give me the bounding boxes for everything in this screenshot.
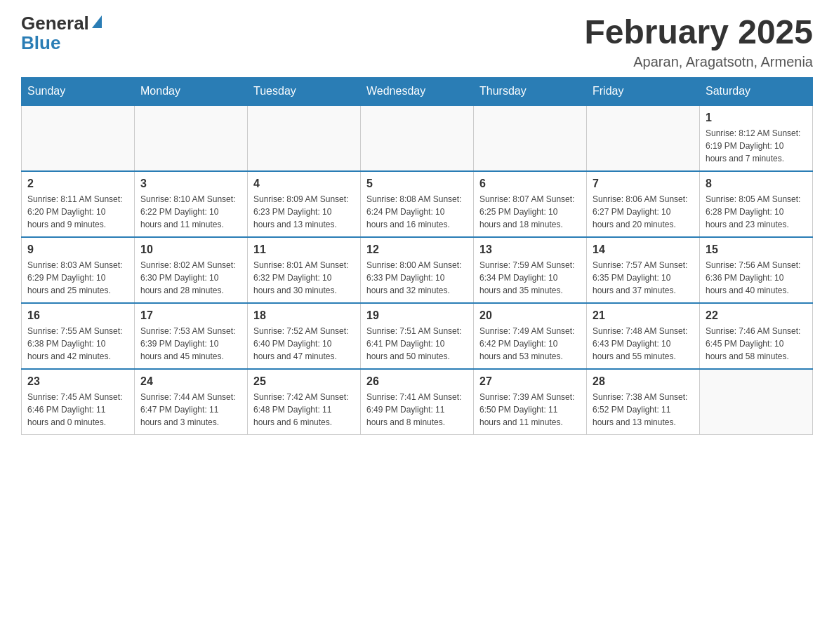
calendar-subtitle: Aparan, Aragatsotn, Armenia xyxy=(584,54,813,70)
calendar-cell: 16Sunrise: 7:55 AM Sunset: 6:38 PM Dayli… xyxy=(22,303,135,369)
day-number: 5 xyxy=(366,177,468,190)
day-info: Sunrise: 7:55 AM Sunset: 6:38 PM Dayligh… xyxy=(27,325,128,363)
week-row-0: 1Sunrise: 8:12 AM Sunset: 6:19 PM Daylig… xyxy=(22,105,813,171)
logo: General Blue xyxy=(21,14,102,52)
day-info: Sunrise: 7:59 AM Sunset: 6:34 PM Dayligh… xyxy=(479,259,581,297)
calendar-cell xyxy=(474,105,587,171)
day-info: Sunrise: 7:48 AM Sunset: 6:43 PM Dayligh… xyxy=(593,325,694,363)
day-number: 2 xyxy=(27,177,128,190)
col-header-saturday: Saturday xyxy=(700,77,813,105)
day-number: 26 xyxy=(366,375,468,388)
calendar-cell xyxy=(361,105,474,171)
calendar-cell: 19Sunrise: 7:51 AM Sunset: 6:41 PM Dayli… xyxy=(361,303,474,369)
calendar-header-row: SundayMondayTuesdayWednesdayThursdayFrid… xyxy=(22,77,813,105)
calendar-cell xyxy=(135,105,248,171)
day-number: 7 xyxy=(593,177,694,190)
day-info: Sunrise: 7:56 AM Sunset: 6:36 PM Dayligh… xyxy=(706,259,807,297)
day-number: 11 xyxy=(253,243,355,256)
calendar-cell: 4Sunrise: 8:09 AM Sunset: 6:23 PM Daylig… xyxy=(248,171,361,237)
calendar-cell: 23Sunrise: 7:45 AM Sunset: 6:46 PM Dayli… xyxy=(22,369,135,435)
day-info: Sunrise: 7:45 AM Sunset: 6:46 PM Dayligh… xyxy=(27,391,128,429)
calendar-cell: 1Sunrise: 8:12 AM Sunset: 6:19 PM Daylig… xyxy=(700,105,813,171)
calendar-cell: 2Sunrise: 8:11 AM Sunset: 6:20 PM Daylig… xyxy=(22,171,135,237)
day-number: 19 xyxy=(366,309,468,322)
col-header-friday: Friday xyxy=(587,77,700,105)
day-number: 17 xyxy=(140,309,241,322)
day-number: 9 xyxy=(27,243,128,256)
calendar-cell: 22Sunrise: 7:46 AM Sunset: 6:45 PM Dayli… xyxy=(700,303,813,369)
week-row-2: 9Sunrise: 8:03 AM Sunset: 6:29 PM Daylig… xyxy=(22,237,813,303)
day-info: Sunrise: 7:57 AM Sunset: 6:35 PM Dayligh… xyxy=(593,259,694,297)
day-number: 25 xyxy=(253,375,355,388)
day-info: Sunrise: 7:51 AM Sunset: 6:41 PM Dayligh… xyxy=(366,325,468,363)
calendar-cell: 26Sunrise: 7:41 AM Sunset: 6:49 PM Dayli… xyxy=(361,369,474,435)
col-header-wednesday: Wednesday xyxy=(361,77,474,105)
calendar-cell xyxy=(587,105,700,171)
day-info: Sunrise: 7:42 AM Sunset: 6:48 PM Dayligh… xyxy=(253,391,355,429)
day-info: Sunrise: 7:46 AM Sunset: 6:45 PM Dayligh… xyxy=(706,325,807,363)
day-info: Sunrise: 8:11 AM Sunset: 6:20 PM Dayligh… xyxy=(27,193,128,231)
day-number: 27 xyxy=(479,375,581,388)
day-number: 4 xyxy=(253,177,355,190)
calendar-cell xyxy=(248,105,361,171)
col-header-monday: Monday xyxy=(135,77,248,105)
calendar-cell: 24Sunrise: 7:44 AM Sunset: 6:47 PM Dayli… xyxy=(135,369,248,435)
day-info: Sunrise: 7:52 AM Sunset: 6:40 PM Dayligh… xyxy=(253,325,355,363)
day-number: 13 xyxy=(479,243,581,256)
calendar-cell: 6Sunrise: 8:07 AM Sunset: 6:25 PM Daylig… xyxy=(474,171,587,237)
day-number: 24 xyxy=(140,375,241,388)
day-info: Sunrise: 8:05 AM Sunset: 6:28 PM Dayligh… xyxy=(706,193,807,231)
day-number: 15 xyxy=(706,243,807,256)
day-number: 8 xyxy=(706,177,807,190)
day-info: Sunrise: 7:38 AM Sunset: 6:52 PM Dayligh… xyxy=(593,391,694,429)
calendar-cell: 15Sunrise: 7:56 AM Sunset: 6:36 PM Dayli… xyxy=(700,237,813,303)
day-info: Sunrise: 7:53 AM Sunset: 6:39 PM Dayligh… xyxy=(140,325,241,363)
col-header-tuesday: Tuesday xyxy=(248,77,361,105)
day-number: 3 xyxy=(140,177,241,190)
calendar-title: February 2025 xyxy=(584,14,813,51)
calendar-cell xyxy=(22,105,135,171)
col-header-sunday: Sunday xyxy=(22,77,135,105)
day-number: 20 xyxy=(479,309,581,322)
page-header: General Blue February 2025 Aparan, Araga… xyxy=(21,14,813,70)
day-info: Sunrise: 8:09 AM Sunset: 6:23 PM Dayligh… xyxy=(253,193,355,231)
day-number: 14 xyxy=(593,243,694,256)
calendar-cell: 13Sunrise: 7:59 AM Sunset: 6:34 PM Dayli… xyxy=(474,237,587,303)
day-info: Sunrise: 7:49 AM Sunset: 6:42 PM Dayligh… xyxy=(479,325,581,363)
day-number: 28 xyxy=(593,375,694,388)
calendar-cell: 5Sunrise: 8:08 AM Sunset: 6:24 PM Daylig… xyxy=(361,171,474,237)
calendar-cell: 25Sunrise: 7:42 AM Sunset: 6:48 PM Dayli… xyxy=(248,369,361,435)
calendar-cell: 8Sunrise: 8:05 AM Sunset: 6:28 PM Daylig… xyxy=(700,171,813,237)
day-number: 12 xyxy=(366,243,468,256)
day-info: Sunrise: 8:12 AM Sunset: 6:19 PM Dayligh… xyxy=(706,127,807,165)
day-number: 16 xyxy=(27,309,128,322)
logo-general: General xyxy=(21,14,102,32)
calendar-cell: 9Sunrise: 8:03 AM Sunset: 6:29 PM Daylig… xyxy=(22,237,135,303)
day-info: Sunrise: 7:39 AM Sunset: 6:50 PM Dayligh… xyxy=(479,391,581,429)
calendar-cell: 18Sunrise: 7:52 AM Sunset: 6:40 PM Dayli… xyxy=(248,303,361,369)
calendar-cell: 20Sunrise: 7:49 AM Sunset: 6:42 PM Dayli… xyxy=(474,303,587,369)
logo-arrow-icon xyxy=(92,15,102,28)
calendar-table: SundayMondayTuesdayWednesdayThursdayFrid… xyxy=(21,77,813,435)
calendar-cell: 12Sunrise: 8:00 AM Sunset: 6:33 PM Dayli… xyxy=(361,237,474,303)
day-info: Sunrise: 8:01 AM Sunset: 6:32 PM Dayligh… xyxy=(253,259,355,297)
calendar-cell xyxy=(700,369,813,435)
day-number: 10 xyxy=(140,243,241,256)
title-section: February 2025 Aparan, Aragatsotn, Armeni… xyxy=(584,14,813,70)
calendar-cell: 10Sunrise: 8:02 AM Sunset: 6:30 PM Dayli… xyxy=(135,237,248,303)
day-info: Sunrise: 8:06 AM Sunset: 6:27 PM Dayligh… xyxy=(593,193,694,231)
calendar-cell: 11Sunrise: 8:01 AM Sunset: 6:32 PM Dayli… xyxy=(248,237,361,303)
day-number: 22 xyxy=(706,309,807,322)
day-number: 1 xyxy=(706,112,807,124)
day-info: Sunrise: 7:44 AM Sunset: 6:47 PM Dayligh… xyxy=(140,391,241,429)
day-info: Sunrise: 8:02 AM Sunset: 6:30 PM Dayligh… xyxy=(140,259,241,297)
day-number: 6 xyxy=(479,177,581,190)
day-number: 23 xyxy=(27,375,128,388)
day-info: Sunrise: 8:00 AM Sunset: 6:33 PM Dayligh… xyxy=(366,259,468,297)
calendar-cell: 21Sunrise: 7:48 AM Sunset: 6:43 PM Dayli… xyxy=(587,303,700,369)
col-header-thursday: Thursday xyxy=(474,77,587,105)
week-row-1: 2Sunrise: 8:11 AM Sunset: 6:20 PM Daylig… xyxy=(22,171,813,237)
logo-blue: Blue xyxy=(21,34,60,52)
day-info: Sunrise: 8:03 AM Sunset: 6:29 PM Dayligh… xyxy=(27,259,128,297)
calendar-cell: 7Sunrise: 8:06 AM Sunset: 6:27 PM Daylig… xyxy=(587,171,700,237)
